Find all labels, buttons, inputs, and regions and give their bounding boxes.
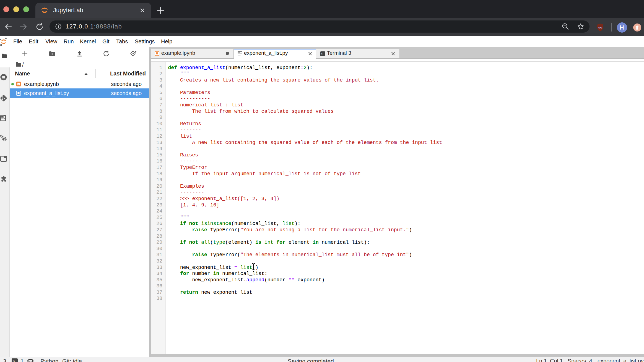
svg-text:$: $ bbox=[321, 53, 323, 55]
svg-text:uo: uo bbox=[598, 26, 602, 29]
svg-text:$: $ bbox=[13, 360, 15, 362]
